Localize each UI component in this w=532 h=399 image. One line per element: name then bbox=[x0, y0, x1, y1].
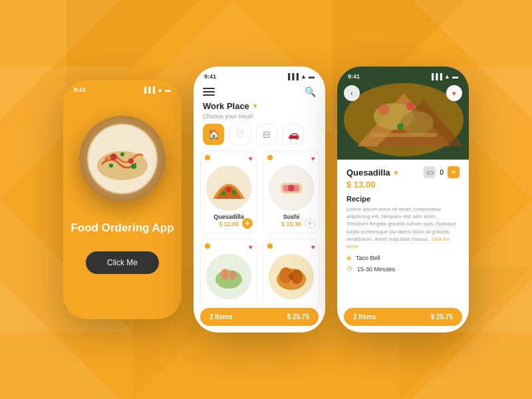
hero-heart-btn[interactable]: ♥ bbox=[446, 85, 462, 101]
quesadilla-image bbox=[206, 166, 251, 211]
shrimp-image bbox=[206, 254, 251, 299]
cart-items-3: 2 Items bbox=[353, 313, 376, 321]
hamburger-menu[interactable] bbox=[203, 88, 215, 96]
item-name-row: Quesadilla ★ bbox=[346, 168, 399, 178]
filter-tabs: 🏠 ♡ ⊟ 🚗 bbox=[194, 124, 325, 150]
heart-3[interactable]: ♥ bbox=[249, 243, 253, 251]
dot-2 bbox=[267, 155, 273, 160]
time-3: 9:41 bbox=[348, 73, 360, 80]
back-button[interactable]: ‹ bbox=[344, 85, 360, 101]
dot-1 bbox=[205, 155, 210, 160]
phone-menu: 9:41 ▐▐▐ ▲ ▬ 🔍 Work Place ▼ Choose your … bbox=[194, 66, 325, 332]
status-bar-2: 9:41 ▐▐▐ ▲ ▬ bbox=[194, 66, 325, 82]
svg-point-19 bbox=[120, 152, 124, 156]
click-me-button[interactable]: Click Me bbox=[86, 251, 159, 274]
name-shrimp: Shrimp Salad bbox=[206, 302, 251, 303]
qty-control: ▭ 0 + bbox=[424, 166, 460, 178]
location-row: Work Place ▼ bbox=[194, 100, 325, 112]
add-quesadilla-btn[interactable]: + bbox=[242, 218, 253, 229]
svg-point-23 bbox=[226, 187, 231, 192]
dot-3 bbox=[205, 243, 210, 249]
chicken-image bbox=[269, 254, 314, 299]
dot-4 bbox=[267, 243, 273, 249]
svg-point-45 bbox=[378, 104, 389, 115]
phone-splash: 9:41 ▐▐▐ ▲ ▬ Food Ordering App Click Me bbox=[63, 80, 182, 319]
card-icons-1: ♥ bbox=[205, 155, 253, 162]
app-title: Food Ordering App bbox=[70, 221, 174, 235]
svg-point-17 bbox=[110, 154, 117, 160]
svg-point-31 bbox=[215, 270, 242, 289]
wifi-3: ▲ bbox=[444, 73, 450, 80]
status-icons-3: ▐▐▐ ▲ ▬ bbox=[430, 73, 458, 80]
svg-point-32 bbox=[221, 269, 229, 279]
food-grid: ♥ Quesadilla $ 12.00 + bbox=[194, 150, 325, 303]
svg-point-44 bbox=[400, 111, 434, 135]
signal-icon: ▐▐▐ bbox=[142, 86, 155, 93]
qty-increase-btn[interactable]: + bbox=[448, 166, 460, 178]
star-icon: ★ bbox=[393, 169, 399, 176]
recipe-title: Recipe bbox=[346, 195, 460, 203]
svg-point-21 bbox=[131, 164, 136, 169]
detail-body: Quesadilla ★ ▭ 0 + $ 13.00 Recipe Lorem … bbox=[337, 160, 469, 305]
svg-point-47 bbox=[397, 123, 404, 130]
svg-point-38 bbox=[289, 274, 294, 279]
cart-bar-2[interactable]: 2 Items $ 25.75 bbox=[200, 308, 319, 326]
heart-4[interactable]: ♥ bbox=[311, 243, 315, 251]
phones-container: 9:41 ▐▐▐ ▲ ▬ Food Ordering App Click Me bbox=[63, 66, 469, 332]
status-icons-2: ▐▐▐ ▲ ▬ bbox=[286, 73, 315, 80]
time-2: 9:41 bbox=[204, 73, 216, 80]
hero-food-image bbox=[79, 116, 166, 202]
food-card-quesadilla[interactable]: ♥ Quesadilla $ 12.00 + bbox=[200, 150, 257, 233]
heart-2[interactable]: ♥ bbox=[311, 155, 315, 162]
top-bar: 🔍 bbox=[194, 82, 325, 100]
card-icons-3: ♥ bbox=[205, 243, 253, 251]
add-sushi-btn[interactable]: + bbox=[305, 218, 315, 229]
svg-point-20 bbox=[109, 164, 113, 168]
svg-point-33 bbox=[229, 271, 236, 280]
cart-items-2: 2 Items bbox=[209, 313, 232, 321]
dropdown-arrow-icon[interactable]: ▼ bbox=[252, 102, 259, 110]
clock-icon: ⏱ bbox=[346, 265, 353, 273]
search-icon[interactable]: 🔍 bbox=[305, 86, 316, 97]
delivery-time: 15-30 Minutes bbox=[357, 266, 395, 273]
card-icons-2: ♥ bbox=[267, 155, 315, 162]
wifi-icon: ▲ bbox=[157, 86, 163, 93]
food-card-sushi[interactable]: ♥ Sushi $ 15.30 + bbox=[263, 150, 320, 233]
location-label: Work Place bbox=[203, 101, 249, 111]
filter-delivery[interactable]: 🚗 bbox=[283, 124, 304, 145]
sushi-image bbox=[269, 166, 314, 211]
time-row: ⏱ 15-30 Minutes bbox=[346, 265, 460, 273]
battery-3: ▬ bbox=[452, 73, 458, 80]
cart-total-3: $ 25.75 bbox=[431, 313, 453, 321]
signal-3: ▐▐▐ bbox=[430, 73, 442, 80]
item-name: Quesadilla bbox=[346, 168, 390, 178]
pasta-svg bbox=[86, 122, 159, 196]
restaurant-row: ◈ Taco Bell bbox=[346, 254, 460, 261]
item-price: $ 13.00 bbox=[346, 180, 460, 190]
svg-point-25 bbox=[232, 190, 236, 194]
time-1: 9:41 bbox=[74, 86, 86, 93]
svg-point-29 bbox=[288, 185, 295, 192]
cart-bar-3[interactable]: 2 Items $ 25.75 bbox=[344, 308, 462, 326]
battery-2: ▬ bbox=[309, 73, 315, 80]
heart-1[interactable]: ♥ bbox=[249, 155, 253, 162]
status-icons-1: ▐▐▐ ▲ ▬ bbox=[142, 86, 171, 93]
filter-favorites[interactable]: ♡ bbox=[229, 124, 251, 145]
svg-point-24 bbox=[221, 192, 225, 196]
filter-filter[interactable]: ⊟ bbox=[256, 124, 277, 145]
phone-detail: 9:41 ▐▐▐ ▲ ▬ ‹ ♥ bbox=[337, 66, 469, 332]
food-card-chicken[interactable]: ♥ Fried Chicken $ 13.00 + bbox=[263, 239, 320, 303]
hero-image: 9:41 ▐▐▐ ▲ ▬ ‹ ♥ bbox=[337, 66, 469, 160]
food-card-shrimp[interactable]: ♥ Shrimp Salad $ 10.45 + bbox=[200, 239, 257, 303]
status-bar-1: 9:41 ▐▐▐ ▲ ▬ bbox=[63, 80, 182, 96]
choose-text: Choose your meal! bbox=[194, 112, 325, 124]
svg-rect-48 bbox=[370, 133, 437, 137]
restaurant-name: Taco Bell bbox=[356, 255, 380, 261]
qty-decrease-btn[interactable]: ▭ bbox=[424, 166, 436, 178]
signal-2: ▐▐▐ bbox=[286, 73, 299, 80]
recipe-text: Lorem ipsum dolor sit amet, consectetur … bbox=[346, 205, 460, 250]
location-pin-icon: ◈ bbox=[346, 254, 352, 261]
svg-point-46 bbox=[406, 102, 414, 110]
card-icons-4: ♥ bbox=[267, 243, 315, 251]
filter-home[interactable]: 🏠 bbox=[203, 124, 224, 145]
